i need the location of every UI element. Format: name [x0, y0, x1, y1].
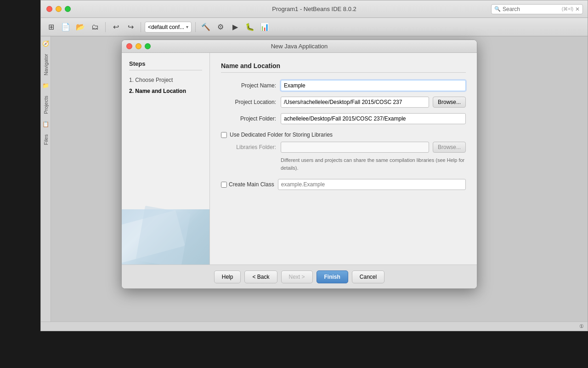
dedicated-folder-row: Use Dedicated Folder for Storing Librari…	[221, 132, 466, 138]
content-panel: Name and Location Project Name: Project …	[210, 53, 477, 264]
libraries-browse-button: Browse...	[433, 142, 466, 153]
step-2: 2. Name and Location	[129, 87, 202, 95]
step-2-label: Name and Location	[135, 88, 186, 94]
dedicated-folder-checkbox[interactable]	[221, 132, 227, 138]
create-main-class-row: Create Main Class	[221, 179, 466, 190]
project-folder-row: Project Folder:	[221, 113, 466, 124]
section-title: Name and Location	[221, 62, 466, 73]
project-folder-input[interactable]	[281, 113, 466, 124]
create-main-class-checkbox[interactable]	[221, 182, 227, 188]
create-main-class-label[interactable]: Create Main Class	[229, 181, 274, 188]
dialog-body: Steps 1. Choose Project 2. Name and Loca…	[122, 53, 477, 264]
step-2-number: 2.	[129, 88, 135, 94]
project-folder-label: Project Folder:	[221, 115, 281, 122]
project-location-input[interactable]	[281, 97, 429, 108]
steps-title: Steps	[129, 60, 202, 70]
project-location-row: Project Location: Browse...	[221, 97, 466, 108]
finish-button[interactable]: Finish	[317, 270, 348, 283]
libraries-folder-row: Libraries Folder: Browse...	[221, 142, 466, 153]
main-class-input[interactable]	[278, 179, 466, 190]
dialog-maximize-button[interactable]	[145, 43, 151, 49]
libraries-help-text: Different users and projects can share t…	[281, 156, 466, 172]
steps-decoration	[122, 209, 209, 264]
step-1-number: 1.	[129, 77, 135, 83]
dialog-traffic-lights	[126, 43, 151, 49]
next-button[interactable]: Next >	[281, 270, 313, 283]
dedicated-folder-label[interactable]: Use Dedicated Folder for Storing Librari…	[230, 132, 333, 138]
dialog-title: New Java Application	[271, 43, 328, 50]
dialog-overlay: New Java Application Steps 1. Choose Pro…	[41, 0, 588, 331]
step-1: 1. Choose Project	[129, 76, 202, 84]
project-location-browse-button[interactable]: Browse...	[433, 97, 466, 108]
dialog-minimize-button[interactable]	[136, 43, 141, 49]
project-name-input[interactable]	[281, 80, 466, 91]
project-name-row: Project Name:	[221, 80, 466, 91]
steps-panel: Steps 1. Choose Project 2. Name and Loca…	[122, 53, 210, 264]
dialog-footer: Help < Back Next > Finish Cancel	[122, 264, 477, 288]
libraries-folder-input	[281, 142, 429, 153]
cancel-button[interactable]: Cancel	[352, 270, 384, 283]
dialog-titlebar: New Java Application	[122, 40, 477, 53]
step-1-label: Choose Project	[135, 77, 173, 83]
app-window: Program1 - NetBeans IDE 8.0.2 🔍 Search (…	[40, 0, 588, 331]
libraries-folder-label: Libraries Folder:	[230, 144, 281, 150]
dialog-close-button[interactable]	[126, 43, 132, 49]
help-button[interactable]: Help	[214, 270, 241, 283]
new-java-application-dialog: New Java Application Steps 1. Choose Pro…	[121, 40, 477, 289]
project-location-label: Project Location:	[221, 99, 281, 105]
back-button[interactable]: < Back	[244, 270, 277, 283]
project-name-label: Project Name:	[221, 82, 281, 89]
